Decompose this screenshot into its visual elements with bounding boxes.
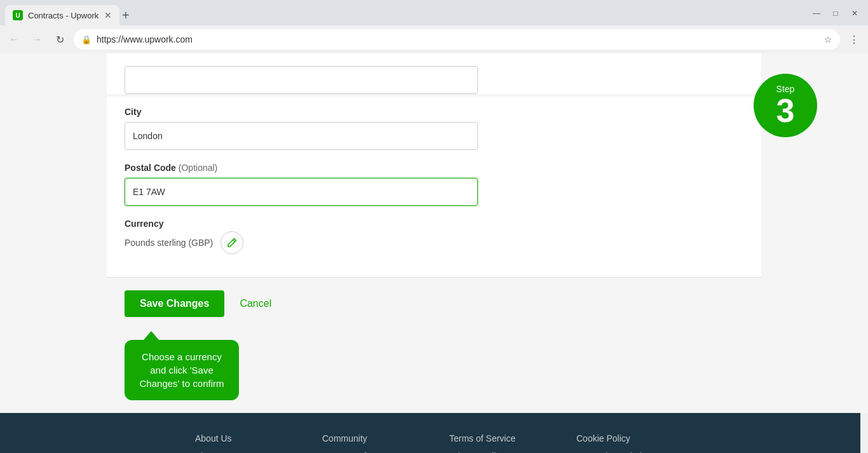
postal-code-field-group: Postal Code (Optional): [125, 163, 743, 206]
bookmark-icon[interactable]: ☆: [824, 34, 832, 44]
tab-favicon: U: [13, 10, 23, 20]
tooltip-bubble: Choose a currency and click 'Save Change…: [125, 340, 239, 400]
footer-col-4: Cookie Policy Enterprise Solutions Hirin…: [561, 433, 688, 453]
currency-section: Currency Pounds sterling (GBP): [125, 219, 743, 254]
cancel-button[interactable]: Cancel: [234, 290, 276, 317]
maximize-button[interactable]: □: [827, 5, 844, 22]
forward-button[interactable]: →: [28, 30, 46, 48]
back-button[interactable]: ←: [5, 30, 23, 48]
postal-code-label: Postal Code (Optional): [125, 163, 743, 173]
address-bar[interactable]: 🔒 https://www.upwork.com ☆: [74, 29, 840, 50]
window-controls: ― □ ✕: [808, 5, 863, 22]
optional-text: (Optional): [179, 163, 217, 173]
lock-icon: 🔒: [81, 35, 92, 44]
footer-col-1: About Us Blog Feedback: [180, 433, 307, 453]
currency-value: Pounds sterling (GBP): [125, 238, 213, 248]
currency-label: Currency: [125, 219, 743, 229]
top-partial-input[interactable]: [125, 66, 478, 94]
step-number: 3: [776, 94, 795, 127]
tab-title: Contracts - Upwork: [28, 11, 98, 20]
footer-about-us[interactable]: About Us: [195, 433, 292, 443]
tooltip-container: Choose a currency and click 'Save Change…: [125, 340, 761, 400]
postal-code-input[interactable]: [125, 178, 478, 206]
save-changes-button[interactable]: Save Changes: [125, 290, 224, 317]
footer-col-3: Terms of Service Privacy Policy Accessib…: [434, 433, 561, 453]
footer-terms[interactable]: Terms of Service: [449, 433, 546, 443]
currency-row: Pounds sterling (GBP): [125, 231, 743, 254]
pencil-icon: [227, 238, 237, 248]
footer-community[interactable]: Community: [322, 433, 419, 443]
city-section: City Postal Code (Optional) Currency Pou…: [107, 97, 761, 277]
close-button[interactable]: ✕: [846, 5, 863, 22]
reload-button[interactable]: ↻: [51, 30, 69, 48]
city-input[interactable]: [125, 122, 478, 150]
footer-col-2: Community Trust & Safety Help & Support: [307, 433, 434, 453]
edit-currency-button[interactable]: [220, 231, 243, 254]
browser-menu-button[interactable]: ⋮: [845, 30, 863, 48]
tooltip-text: Choose a currency and click 'Save Change…: [140, 351, 224, 389]
step-badge: Step 3: [754, 74, 817, 137]
footer: About Us Blog Feedback Community Trust &…: [0, 413, 868, 453]
browser-tab[interactable]: U Contracts - Upwork ✕: [5, 5, 119, 25]
city-field-group: City: [125, 107, 743, 150]
new-tab-button[interactable]: +: [122, 8, 130, 23]
main-content: Step 3 City Postal Code (Optional: [0, 53, 868, 413]
footer-links: About Us Blog Feedback Community Trust &…: [53, 433, 815, 453]
url-text: https://www.upwork.com: [97, 34, 819, 44]
footer-cookie-policy[interactable]: Cookie Policy: [576, 433, 673, 443]
minimize-button[interactable]: ―: [808, 5, 825, 22]
browser-controls-bar: ← → ↻ 🔒 https://www.upwork.com ☆ ⋮: [0, 25, 868, 53]
city-label: City: [125, 107, 743, 117]
action-bar: Save Changes Cancel: [107, 278, 761, 330]
tab-close-button[interactable]: ✕: [104, 10, 112, 20]
